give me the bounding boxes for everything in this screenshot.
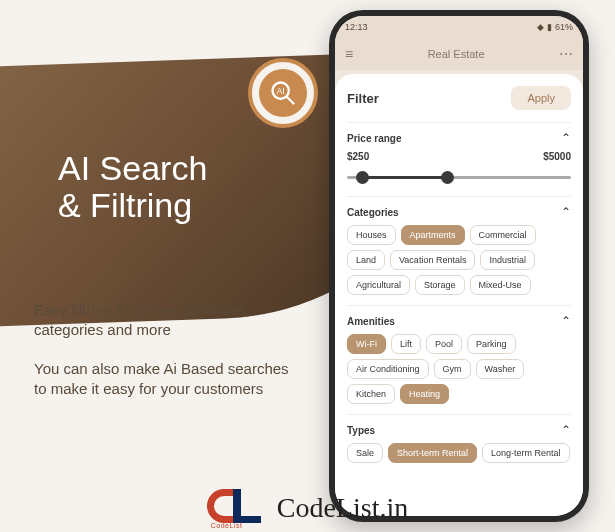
logo-subtext: CodeList	[211, 522, 243, 529]
apply-button[interactable]: Apply	[511, 86, 571, 110]
chip[interactable]: Land	[347, 250, 385, 270]
chip[interactable]: Parking	[467, 334, 516, 354]
chevron-up-icon[interactable]: ⌃	[561, 314, 571, 328]
phone-frame: 12:13 ◆ ▮ 61% ≡ Real Estate ⋯ Filter App…	[329, 10, 589, 522]
hero-heading: AI Search & Filtring	[58, 150, 318, 225]
price-slider[interactable]	[347, 168, 571, 186]
categories-label: Categories	[347, 207, 399, 218]
chip[interactable]: Kitchen	[347, 384, 395, 404]
svg-line-1	[287, 97, 294, 104]
price-min: $250	[347, 151, 369, 162]
filter-panel: Filter Apply Price range ⌃ $250 $5000	[335, 74, 583, 516]
status-time: 12:13	[345, 22, 368, 32]
slider-thumb-min[interactable]	[356, 171, 369, 184]
categories-section: Categories ⌃ HousesApartmentsCommercialL…	[347, 196, 571, 305]
more-icon[interactable]: ⋯	[559, 46, 573, 62]
menu-icon[interactable]: ≡	[345, 46, 353, 62]
chip[interactable]: Mixed-Use	[470, 275, 531, 295]
signal-icon: ▮	[547, 22, 552, 32]
chevron-up-icon[interactable]: ⌃	[561, 131, 571, 145]
types-section: Types ⌃ SaleShort-term RentalLong-term R…	[347, 414, 571, 473]
chip[interactable]: Long-term Rental	[482, 443, 570, 463]
hero-copy: Easy filtring by pricee, amenties, categ…	[34, 300, 304, 399]
hero-line2: & Filtring	[58, 186, 192, 224]
app-bar: ≡ Real Estate ⋯	[335, 38, 583, 70]
copy-p2: You can also make Ai Based searches to m…	[34, 359, 304, 400]
amenities-section: Amenities ⌃ Wi-FiLiftPoolParkingAir Cond…	[347, 305, 571, 414]
amenities-label: Amenities	[347, 316, 395, 327]
chip[interactable]: Sale	[347, 443, 383, 463]
types-chips: SaleShort-term RentalLong-term Rental	[347, 443, 571, 463]
chevron-up-icon[interactable]: ⌃	[561, 423, 571, 437]
price-label: Price range	[347, 133, 401, 144]
chip[interactable]: Gym	[434, 359, 471, 379]
chip[interactable]: Industrial	[480, 250, 535, 270]
status-battery: 61%	[555, 22, 573, 32]
svg-text:AI: AI	[277, 87, 285, 96]
chip[interactable]: Apartments	[401, 225, 465, 245]
chevron-up-icon[interactable]: ⌃	[561, 205, 571, 219]
price-max: $5000	[543, 151, 571, 162]
hero-line1: AI Search	[58, 149, 207, 187]
footer: CodeList CodeList.in	[0, 484, 615, 532]
categories-chips: HousesApartmentsCommercialLandVacation R…	[347, 225, 571, 295]
chip[interactable]: Agricultural	[347, 275, 410, 295]
chip[interactable]: Vacation Rentals	[390, 250, 475, 270]
status-bar: 12:13 ◆ ▮ 61%	[335, 16, 583, 38]
types-label: Types	[347, 425, 375, 436]
chip[interactable]: Air Conditioning	[347, 359, 429, 379]
slider-thumb-max[interactable]	[441, 171, 454, 184]
chip[interactable]: Pool	[426, 334, 462, 354]
copy-p1: Easy filtring by pricee, amenties, categ…	[34, 300, 304, 341]
ai-search-icon: AI	[269, 79, 297, 107]
appbar-title: Real Estate	[428, 48, 485, 60]
codelist-logo-icon: CodeList	[207, 489, 267, 527]
wifi-icon: ◆	[537, 22, 544, 32]
chip[interactable]: Commercial	[470, 225, 536, 245]
price-section: Price range ⌃ $250 $5000	[347, 122, 571, 196]
chip[interactable]: Wi-Fi	[347, 334, 386, 354]
footer-text: CodeList.in	[277, 492, 408, 524]
chip[interactable]: Lift	[391, 334, 421, 354]
chip[interactable]: Washer	[476, 359, 525, 379]
chip[interactable]: Houses	[347, 225, 396, 245]
chip[interactable]: Storage	[415, 275, 465, 295]
chip[interactable]: Short-term Rental	[388, 443, 477, 463]
amenities-chips: Wi-FiLiftPoolParkingAir ConditioningGymW…	[347, 334, 571, 404]
chip[interactable]: Heating	[400, 384, 449, 404]
filter-title: Filter	[347, 91, 379, 106]
ai-icon-badge: AI	[248, 58, 318, 128]
